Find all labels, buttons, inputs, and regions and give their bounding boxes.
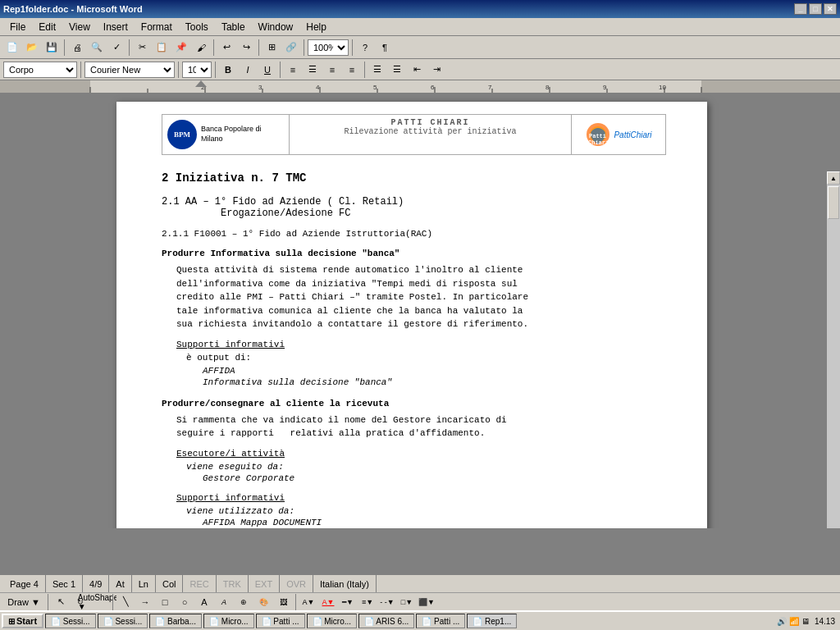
taskbar-rep1[interactable]: 📄 Rep1... [467,614,517,628]
arrow-tool[interactable]: → [136,593,154,611]
bold-button[interactable]: B [219,61,237,79]
open-button[interactable]: 📂 [23,39,41,57]
insert-hyperlink-button[interactable]: 🔗 [282,39,300,57]
new-button[interactable]: 📄 [3,39,21,57]
document-page: BPM Banca Popolare di Milano PATTI CHIAR… [116,102,707,528]
bank-name: Banca Popolare di Milano [201,125,284,144]
clipart-button[interactable]: 🎨 [254,593,272,611]
taskbar-barba[interactable]: 📄 Barba... [149,614,202,628]
zoom-select[interactable]: 100% [308,39,349,56]
justify-button[interactable]: ≡ [343,61,361,79]
rec-indicator: REC [183,575,216,592]
toolbar-separator-6 [352,39,353,56]
menu-window[interactable]: Window [252,20,300,34]
line-tool[interactable]: ╲ [116,593,135,611]
paste-button[interactable]: 📌 [172,39,190,57]
underline-button[interactable]: U [258,61,276,79]
taskbar-micro1[interactable]: 📄 Micro... [203,614,254,628]
print-preview-button[interactable]: 🔍 [88,39,106,57]
taskbar-right: 🔊 📶 🖥 14.13 [777,617,838,626]
menu-format[interactable]: Format [135,20,179,34]
style-select[interactable]: Corpo [3,62,77,78]
wordart-tool[interactable]: A [215,593,233,611]
menu-view[interactable]: View [62,20,97,34]
start-button[interactable]: ⊞ Start [2,614,43,628]
help-button[interactable]: ? [356,39,374,57]
minimize-button[interactable]: _ [794,3,807,15]
menu-file[interactable]: File [3,20,32,34]
bullets-button[interactable]: ☰ [368,61,386,79]
3d-button[interactable]: ⬛▼ [418,593,436,611]
font-size-select[interactable]: 10 [182,62,212,78]
patti-chiari-title: PATTI CHIARI [293,118,568,127]
menu-table[interactable]: Table [215,20,252,34]
align-right-button[interactable]: ≡ [323,61,341,79]
draw-dropdown[interactable]: Draw ▼ [3,593,44,611]
spell-check-button[interactable]: ✓ [107,39,126,57]
redo-button[interactable]: ↪ [237,39,255,57]
taskbar: ⊞ Start 📄 Sessi... 📄 Sessi... 📄 Barba...… [0,610,840,630]
toolbar-separator-1 [64,39,65,56]
svg-text:6: 6 [431,84,435,91]
print-button[interactable]: 🖨 [68,39,86,57]
line-color-button[interactable]: ━▼ [339,593,357,611]
start-icon: ⊞ [8,617,15,626]
taskbar-patti2[interactable]: 📄 Patti ... [416,614,465,628]
format-painter-button[interactable]: 🖌 [192,39,210,57]
svg-text:7: 7 [488,84,492,91]
taskbar-micro2[interactable]: 📄 Micro... [307,614,358,628]
scroll-thumb[interactable] [828,186,839,219]
autoshapes-button[interactable]: AutoShapes ▼ [91,593,109,611]
cut-button[interactable]: ✂ [133,39,151,57]
copy-button[interactable]: 📋 [153,39,171,57]
svg-text:8: 8 [546,84,550,91]
save-button[interactable]: 💾 [43,39,61,57]
close-button[interactable]: ✕ [824,3,837,15]
svg-text:3: 3 [258,84,262,91]
menu-tools[interactable]: Tools [179,20,215,34]
title-buttons[interactable]: _ □ ✕ [794,3,837,15]
textbox-tool[interactable]: A [195,593,213,611]
font-select[interactable]: Courier New [84,62,175,78]
draw-toolbar: Draw ▼ ↖ ↻ AutoShapes ▼ ╲ → □ ○ A A ⊕ 🎨 … [0,592,840,610]
viene-label: viene eseguito da: [162,462,666,472]
undo-button[interactable]: ↩ [217,39,235,57]
menu-help[interactable]: Help [299,20,333,34]
oval-tool[interactable]: ○ [176,593,194,611]
dash-style-button[interactable]: - -▼ [378,593,396,611]
show-formatting-button[interactable]: ¶ [376,39,394,57]
svg-rect-2 [90,80,701,94]
menu-edit[interactable]: Edit [32,20,62,34]
ruler-canvas: 2 3 4 5 6 7 8 9 10 [0,80,840,94]
numbering-button[interactable]: ☰ [388,61,406,79]
restore-button[interactable]: □ [809,3,822,15]
taskbar-aris[interactable]: 📄 ARIS 6... [358,614,414,628]
line-style-button[interactable]: ≡▼ [358,593,377,611]
select-tool[interactable]: ↖ [52,593,70,611]
activity1-title: Produrre Informativa sulla decisione "ba… [162,249,666,258]
taskbar-patti[interactable]: 📄 Patti ... [256,614,305,628]
insert-table-button[interactable]: ⊞ [262,39,281,57]
taskbar-sessi1[interactable]: 📄 Sessi... [45,614,96,628]
insert-image-button[interactable]: 🖼 [274,593,292,611]
output-item-1: AFFIDA [162,366,666,376]
viene2-label: viene utilizzato da: [162,506,666,516]
align-center-button[interactable]: ☰ [304,61,322,79]
vertical-scrollbar[interactable]: ▲ ▲ ▼ ▼ [827,171,840,528]
font-color-button[interactable]: A▼ [319,593,337,611]
rect-tool[interactable]: □ [156,593,174,611]
window-title: Rep1folder.doc - Microsoft Word [3,4,143,14]
italic-button[interactable]: I [239,61,257,79]
decrease-indent-button[interactable]: ⇤ [408,61,426,79]
system-tray-icons: 🔊 📶 🖥 [777,617,810,626]
document-header: BPM Banca Popolare di Milano PATTI CHIAR… [162,114,666,155]
insert-diagram-button[interactable]: ⊕ [235,593,253,611]
shadow-button[interactable]: □▼ [398,593,416,611]
menu-insert[interactable]: Insert [97,20,135,34]
align-left-button[interactable]: ≡ [284,61,302,79]
section2-title: 2 Iniziativa n. 7 TMC [162,171,666,185]
fill-color-button[interactable]: A▼ [299,593,317,611]
scroll-up-button[interactable]: ▲ [827,171,840,185]
increase-indent-button[interactable]: ⇥ [427,61,445,79]
taskbar-sessi2[interactable]: 📄 Sessi... [98,614,148,628]
